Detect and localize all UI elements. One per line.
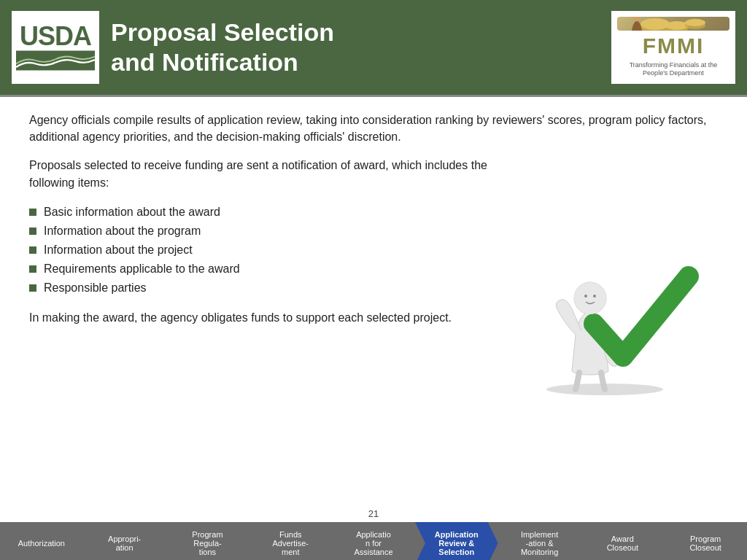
list-item-text: Information about the project xyxy=(44,244,193,257)
svg-point-7 xyxy=(632,17,641,20)
nav-item-2[interactable]: ProgramRegula-tions xyxy=(166,522,249,560)
svg-point-12 xyxy=(593,295,596,298)
content-right xyxy=(514,157,718,498)
bullet-list: Basic information about the awardInforma… xyxy=(29,203,499,298)
list-item: Information about the project xyxy=(29,241,499,260)
list-item: Basic information about the award xyxy=(29,203,499,222)
svg-point-10 xyxy=(574,282,606,314)
bullet-square-icon xyxy=(29,284,36,292)
list-item-text: Basic information about the award xyxy=(44,206,220,219)
closing-paragraph: In making the award, the agency obligate… xyxy=(29,309,499,326)
nav-item-4[interactable]: Application forAssistance xyxy=(332,522,415,560)
fmmi-image xyxy=(617,17,729,31)
svg-rect-0 xyxy=(16,51,95,71)
list-item: Responsible parties xyxy=(29,279,499,298)
main-content: Agency officials compile results of appl… xyxy=(0,97,747,505)
list-item: Information about the program xyxy=(29,222,499,241)
fmmi-text: FMMI xyxy=(643,34,705,58)
nav-item-0[interactable]: Authorization xyxy=(0,522,83,560)
list-item: Requirements applicable to the award xyxy=(29,260,499,279)
list-item-text: Information about the program xyxy=(44,225,201,238)
header: USDA Proposal Selection and Notification xyxy=(0,0,747,95)
svg-point-11 xyxy=(584,295,587,298)
page-number: 21 xyxy=(0,505,747,522)
usda-text: USDA xyxy=(20,23,91,50)
content-split: Proposals selected to receive funding ar… xyxy=(29,157,718,498)
nav-item-7[interactable]: AwardCloseout xyxy=(581,522,664,560)
fmmi-graphic-icon xyxy=(619,17,728,31)
checkmark-figure-icon xyxy=(525,254,707,400)
nav-item-5[interactable]: ApplicationReview &Selection xyxy=(415,522,498,560)
usda-logo: USDA xyxy=(12,11,99,84)
content-left: Proposals selected to receive funding ar… xyxy=(29,157,499,498)
bullet-square-icon xyxy=(29,246,36,254)
fmmi-logo: FMMI Transforming Financials at the Peop… xyxy=(611,11,735,84)
bottom-nav: AuthorizationAppropri-ationProgramRegula… xyxy=(0,522,747,560)
bullet-square-icon xyxy=(29,265,36,273)
paragraph-2: Proposals selected to receive funding ar… xyxy=(29,157,499,190)
svg-point-2 xyxy=(640,18,670,30)
paragraph-1: Agency officials compile results of appl… xyxy=(29,112,718,145)
bullet-square-icon xyxy=(29,228,36,235)
svg-point-6 xyxy=(685,19,705,26)
header-title: Proposal Selection and Notification xyxy=(111,18,334,77)
list-item-text: Responsible parties xyxy=(44,281,147,295)
nav-item-3[interactable]: FundsAdvertise-ment xyxy=(249,522,332,560)
nav-item-6[interactable]: Implement-ation &Monitoring xyxy=(498,522,581,560)
list-item-text: Requirements applicable to the award xyxy=(44,262,240,276)
nav-item-1[interactable]: Appropri-ation xyxy=(83,522,166,560)
nav-item-8[interactable]: ProgramCloseout xyxy=(664,522,747,560)
fmmi-subtitle: Transforming Financials at the People's … xyxy=(617,61,729,78)
usda-waves-icon xyxy=(16,50,95,71)
header-left: USDA Proposal Selection and Notification xyxy=(12,11,334,84)
bullet-square-icon xyxy=(29,209,36,216)
